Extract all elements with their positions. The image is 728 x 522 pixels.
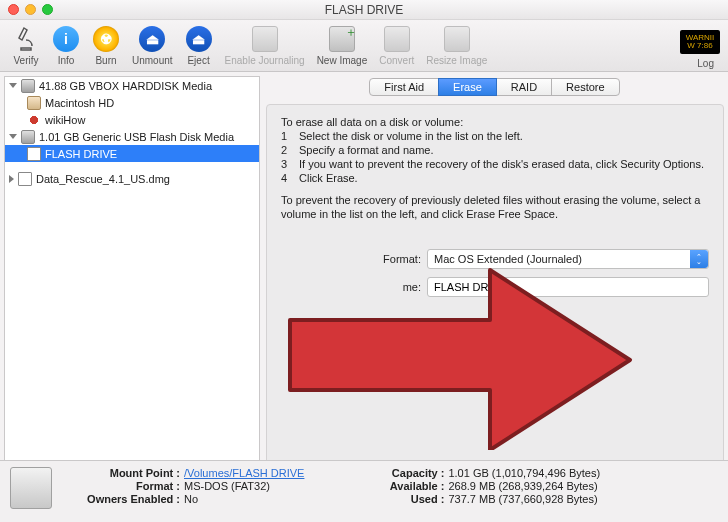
tab-restore[interactable]: Restore <box>551 78 620 96</box>
volume-icon <box>27 96 41 110</box>
erase-prevent-text: To prevent the recovery of previously de… <box>281 193 709 221</box>
unmount-button[interactable]: ⏏ Unmount <box>128 22 177 70</box>
enable-journaling-label: Enable Journaling <box>225 55 305 66</box>
tab-erase[interactable]: Erase <box>438 78 497 96</box>
format-label: Format: <box>321 253 421 265</box>
sidebar-volume-macintosh-hd[interactable]: Macintosh HD <box>5 94 259 111</box>
name-input[interactable] <box>427 277 709 297</box>
disclosure-triangle-icon[interactable] <box>9 175 14 183</box>
resize-image-button[interactable]: Resize Image <box>422 22 491 70</box>
sidebar-disk-0-label: 41.88 GB VBOX HARDDISK Media <box>39 80 212 92</box>
erase-step-2: Specify a format and name. <box>299 144 434 156</box>
eject-button[interactable]: ⏏ Eject <box>181 22 217 70</box>
verify-label: Verify <box>13 55 38 66</box>
new-image-label: New Image <box>317 55 368 66</box>
available-value: 268.9 MB (268,939,264 Bytes) <box>448 480 597 492</box>
sidebar-volume-wikihow-label: wikiHow <box>45 114 85 126</box>
info-button[interactable]: i Info <box>48 22 84 70</box>
sidebar-disk-1[interactable]: 1.01 GB Generic USB Flash Disk Media <box>5 128 259 145</box>
mount-point-key: Mount Point : <box>76 467 184 479</box>
sidebar-image-0-label: Data_Rescue_4.1_US.dmg <box>36 173 170 185</box>
footer: Mount Point :/Volumes/FLASH DRIVE Format… <box>0 460 728 522</box>
log-badge-line2: W 7:86 <box>687 42 712 50</box>
format-select[interactable]: Mac OS Extended (Journaled) <box>427 249 709 269</box>
toolbar: Verify i Info ☢ Burn ⏏ Unmount ⏏ Eject E… <box>0 20 728 72</box>
sidebar-disk-1-label: 1.01 GB Generic USB Flash Disk Media <box>39 131 234 143</box>
sidebar-disk-0[interactable]: 41.88 GB VBOX HARDDISK Media <box>5 77 259 94</box>
window-title: FLASH DRIVE <box>0 3 728 17</box>
burn-label: Burn <box>95 55 116 66</box>
harddisk-icon <box>21 130 35 144</box>
name-label: me: <box>321 281 421 293</box>
erase-step-1: Select the disk or volume in the list on… <box>299 130 523 142</box>
eject-label: Eject <box>187 55 209 66</box>
owners-key: Owners Enabled : <box>76 493 184 505</box>
convert-label: Convert <box>379 55 414 66</box>
sidebar-image-0[interactable]: Data_Rescue_4.1_US.dmg <box>5 170 259 187</box>
wikihow-icon <box>27 113 41 127</box>
tab-bar: First Aid Erase RAID Restore <box>266 78 724 96</box>
format-key: Format : <box>76 480 184 492</box>
erase-step-3: If you want to prevent the recovery of t… <box>299 158 704 170</box>
info-label: Info <box>58 55 75 66</box>
volume-icon <box>27 147 41 161</box>
enable-journaling-button[interactable]: Enable Journaling <box>221 22 309 70</box>
sidebar-volume-macintosh-hd-label: Macintosh HD <box>45 97 114 109</box>
format-value-footer: MS-DOS (FAT32) <box>184 480 270 492</box>
sidebar: 41.88 GB VBOX HARDDISK Media Macintosh H… <box>4 76 260 518</box>
available-key: Available : <box>340 480 448 492</box>
disclosure-triangle-icon[interactable] <box>9 83 17 88</box>
erase-step-4: Click Erase. <box>299 172 358 184</box>
capacity-value: 1.01 GB (1,010,794,496 Bytes) <box>448 467 600 479</box>
owners-value: No <box>184 493 198 505</box>
burn-button[interactable]: ☢ Burn <box>88 22 124 70</box>
chevron-updown-icon <box>690 250 708 268</box>
format-value: Mac OS Extended (Journaled) <box>434 253 582 265</box>
used-key: Used : <box>340 493 448 505</box>
erase-intro: To erase all data on a disk or volume: <box>281 115 709 129</box>
tab-first-aid[interactable]: First Aid <box>369 78 439 96</box>
volume-large-icon <box>10 467 52 509</box>
log-badge: WARNII W 7:86 <box>680 30 720 54</box>
resize-image-label: Resize Image <box>426 55 487 66</box>
sidebar-volume-wikihow[interactable]: wikiHow <box>5 111 259 128</box>
log-button[interactable]: Log <box>697 58 714 69</box>
sidebar-volume-flash-drive[interactable]: FLASH DRIVE <box>5 145 259 162</box>
capacity-key: Capacity : <box>340 467 448 479</box>
new-image-button[interactable]: ＋ New Image <box>313 22 372 70</box>
convert-button[interactable]: Convert <box>375 22 418 70</box>
dmg-icon <box>18 172 32 186</box>
disclosure-triangle-icon[interactable] <box>9 134 17 139</box>
tab-raid[interactable]: RAID <box>496 78 552 96</box>
verify-button[interactable]: Verify <box>8 22 44 70</box>
unmount-label: Unmount <box>132 55 173 66</box>
used-value: 737.7 MB (737,660,928 Bytes) <box>448 493 597 505</box>
erase-panel: To erase all data on a disk or volume: 1… <box>266 104 724 518</box>
mount-point-link[interactable]: /Volumes/FLASH DRIVE <box>184 467 304 479</box>
sidebar-volume-flash-drive-label: FLASH DRIVE <box>45 148 117 160</box>
harddisk-icon <box>21 79 35 93</box>
